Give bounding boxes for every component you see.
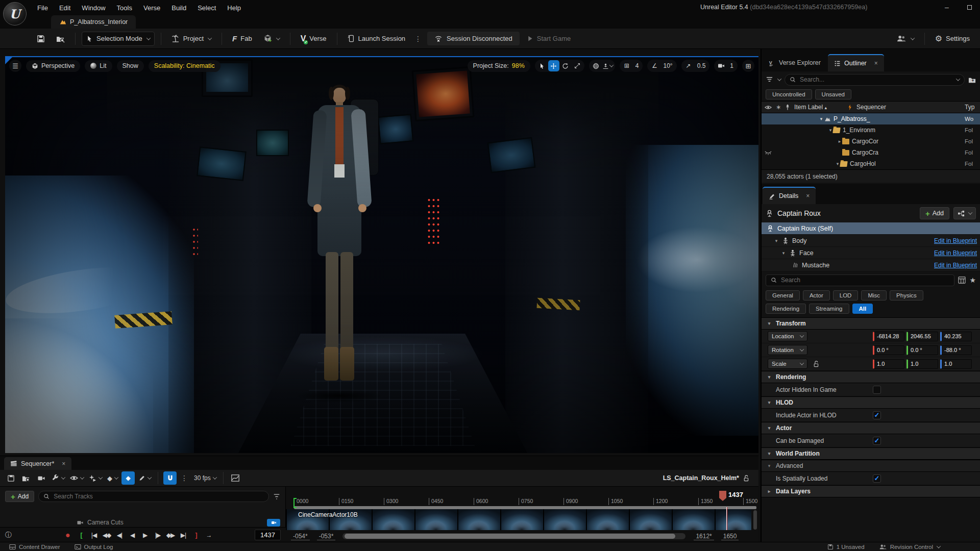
details-search-input[interactable] [780, 276, 949, 284]
playback-end-bracket[interactable]: ] [190, 532, 203, 539]
previous-key-button[interactable]: ◀◆ [101, 532, 113, 539]
sequencer-timeline[interactable]: 0000 0150 0300 0450 0600 0750 0900 1050 … [286, 487, 758, 542]
section-rendering[interactable]: ▾Rendering [762, 371, 980, 383]
outliner-row-folder[interactable]: CargoCra Fol [762, 147, 980, 158]
show-dropdown[interactable]: Show [117, 60, 144, 72]
edit-in-blueprint-link[interactable]: Edit in Blueprint [934, 237, 977, 244]
can-be-damaged-checkbox[interactable]: ✓ [873, 437, 881, 445]
camera-speed-value[interactable]: 1 [727, 62, 736, 69]
timeline-vertical-scrollbar[interactable] [753, 510, 757, 530]
content-browser-button[interactable] [52, 32, 69, 46]
tab-verse-explorer[interactable]: V Verse Explorer [763, 54, 827, 71]
add-track-button[interactable]: +Add [5, 491, 34, 502]
chip-actor[interactable]: Actor [803, 290, 830, 300]
curve-editor-button[interactable] [229, 471, 242, 485]
chip-rendering[interactable]: Rendering [766, 304, 806, 314]
project-size-indicator[interactable]: Project Size:98% [468, 60, 530, 72]
level-tab[interactable]: P_Albatross_Interior [51, 15, 136, 29]
play-button[interactable]: ▶ [139, 532, 152, 539]
edit-in-blueprint-link[interactable]: Edit in Blueprint [934, 262, 977, 269]
grid-snap-toggle[interactable]: ⊞ [621, 60, 632, 71]
chip-streaming[interactable]: Streaming [809, 304, 849, 314]
scale-dropdown[interactable]: Scale [768, 359, 807, 369]
save-button[interactable] [33, 32, 49, 46]
section-world-partition[interactable]: ▾World Partition [762, 447, 980, 460]
menu-file[interactable]: File [32, 4, 54, 12]
angle-snap-toggle[interactable]: ∠ [649, 60, 660, 71]
outliner-row-level[interactable]: ▾ P_Albatross_ Wo [762, 113, 980, 124]
component-row-face[interactable]: ▾ Face Edit in Blueprint [762, 247, 980, 259]
maximize-viewport-button[interactable]: ⊞ [742, 60, 754, 72]
to-front-button[interactable]: |◀ [88, 532, 101, 539]
fab-button[interactable]: F Fab [228, 32, 256, 46]
perspective-dropdown[interactable]: Perspective [26, 60, 80, 72]
lit-dropdown[interactable]: Lit [85, 60, 112, 72]
sequencer-settings-dropdown[interactable] [50, 471, 66, 485]
track-search-box[interactable] [38, 491, 269, 502]
selection-mode-dropdown[interactable]: Selection Mode [82, 32, 155, 46]
favorites-star-icon[interactable]: ★ [969, 276, 976, 284]
menu-window[interactable]: Window [76, 4, 111, 12]
loop-mode-button[interactable]: → [203, 532, 215, 539]
viewport[interactable]: ☰ Perspective Lit Show Scalability: Cine… [5, 56, 758, 453]
edit-in-blueprint-link[interactable]: Edit in Blueprint [934, 249, 977, 257]
save-sequence-button[interactable]: * [4, 471, 17, 485]
play-reverse-button[interactable]: ◀ [126, 532, 139, 539]
outliner-row-folder[interactable]: ▾ CargoHol Fol [762, 158, 980, 169]
scale-x-field[interactable]: 1.0 [873, 359, 904, 369]
settings-button[interactable]: ⚙ Settings [931, 32, 974, 46]
menu-tools[interactable]: Tools [111, 4, 138, 12]
chip-lod[interactable]: LOD [833, 290, 859, 300]
camera-lock-toggle[interactable] [267, 519, 280, 527]
camera-speed-button[interactable] [716, 60, 727, 71]
details-search-box[interactable] [766, 274, 954, 286]
rotation-dropdown[interactable]: Rotation [768, 345, 807, 355]
section-actor[interactable]: ▾Actor [762, 422, 980, 434]
unreal-logo-icon[interactable]: U [3, 2, 27, 26]
verse-button[interactable]: V✓ Verse [297, 32, 331, 46]
asterisk-column-icon[interactable]: ∗ [776, 104, 781, 111]
is-spatially-loaded-checkbox[interactable]: ✓ [873, 474, 881, 483]
grid-snap-value[interactable]: 4 [633, 62, 642, 69]
eye-closed-icon[interactable] [765, 151, 772, 155]
angle-snap-value[interactable]: 10° [660, 62, 675, 69]
outliner-row-folder[interactable]: ▾ 1_Environm Fol [762, 124, 980, 136]
component-row-body[interactable]: ▾ Body Edit in Blueprint [762, 235, 980, 247]
record-button[interactable]: ⏺ [66, 531, 70, 540]
autokey-toggle[interactable]: ◆ [121, 471, 135, 485]
step-forward-button[interactable]: |▶ [152, 532, 164, 539]
edit-mode-dropdown[interactable] [137, 471, 153, 485]
unsaved-button[interactable]: Unsaved [815, 89, 851, 99]
start-game-button[interactable]: Start Game [523, 32, 575, 46]
rotate-tool[interactable] [560, 60, 571, 71]
rotation-y-field[interactable]: 0.0 ° [906, 345, 938, 355]
location-x-field[interactable]: -6814.28 [873, 332, 904, 341]
view-range-end-field[interactable]: 1612* [694, 533, 714, 540]
display-settings-icon[interactable] [958, 277, 966, 284]
playback-start-bracket[interactable]: [ [75, 532, 88, 539]
unlock-icon[interactable] [813, 360, 819, 367]
menu-build[interactable]: Build [166, 4, 192, 12]
close-tab-icon[interactable]: × [874, 60, 878, 67]
session-status[interactable]: Session Disconnected [427, 32, 520, 45]
playback-start-field[interactable]: -053* [317, 533, 336, 540]
track-filter-icon[interactable] [273, 493, 280, 500]
component-row-self[interactable]: Captain Roux (Self) [762, 222, 980, 235]
chip-physics[interactable]: Physics [890, 290, 923, 300]
select-tool[interactable] [536, 60, 548, 71]
rotation-z-field[interactable]: -88.0 ° [940, 345, 972, 355]
step-back-button[interactable]: ◀| [113, 532, 126, 539]
expander-icon[interactable]: ▾ [781, 251, 786, 256]
expander-icon[interactable]: ▾ [819, 116, 824, 121]
camera-cuts-track-row[interactable]: Camera Cuts [0, 518, 285, 527]
playback-options-dropdown[interactable] [87, 471, 104, 485]
snap-toggle[interactable] [163, 471, 177, 485]
playhead-marker[interactable] [719, 491, 726, 501]
playback-end-field[interactable]: 1650 [721, 533, 739, 540]
unsaved-status-button[interactable]: 1 Unsaved [822, 544, 870, 550]
maximize-button[interactable] [965, 3, 974, 11]
scale-tool[interactable] [572, 60, 583, 71]
to-end-button[interactable]: ▶| [177, 532, 190, 539]
move-tool[interactable] [548, 60, 559, 71]
view-options-dropdown[interactable] [68, 471, 85, 485]
